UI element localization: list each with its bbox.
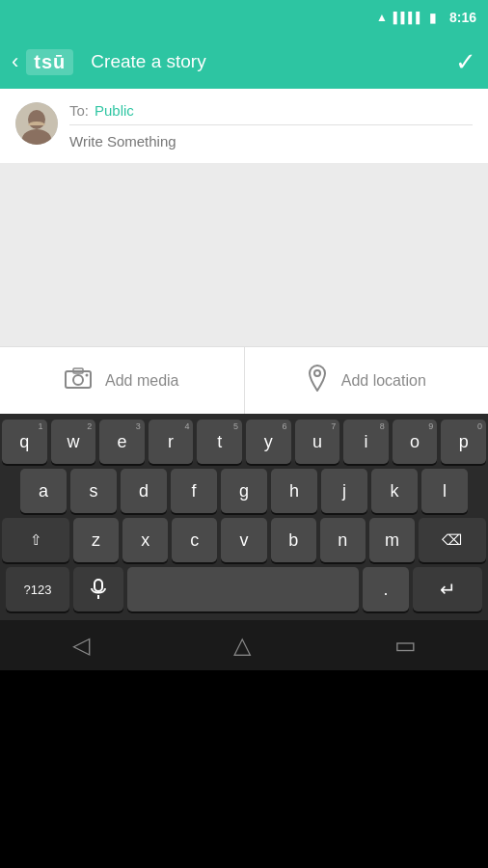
key-f[interactable]: f <box>171 469 217 513</box>
key-s[interactable]: s <box>70 469 117 513</box>
key-x[interactable]: x <box>122 518 168 562</box>
status-time: 8:16 <box>449 10 476 25</box>
submit-button[interactable]: ✓ <box>455 47 476 77</box>
key-y[interactable]: 6y <box>246 420 291 464</box>
svg-rect-8 <box>95 580 102 591</box>
key-d[interactable]: d <box>121 469 167 513</box>
nav-bar: ◁ △ ▭ <box>0 620 488 670</box>
top-bar: ‹ tsū Create a story ✓ <box>0 35 488 89</box>
svg-point-1 <box>28 110 45 129</box>
key-u[interactable]: 7u <box>295 420 340 464</box>
key-h[interactable]: h <box>271 469 317 513</box>
battery-icon: ▮ <box>429 11 436 25</box>
key-n[interactable]: n <box>320 518 366 562</box>
story-input[interactable] <box>69 124 473 149</box>
svg-point-7 <box>314 370 320 376</box>
action-bar: Add media Add location <box>0 346 488 414</box>
key-g[interactable]: g <box>221 469 267 513</box>
key-p[interactable]: 0p <box>441 420 486 464</box>
audience-selector[interactable]: Public <box>95 102 134 119</box>
keyboard-row-1: 1q 2w 3e 4r 5t 6y 7u 8i 9o 0p <box>2 420 486 464</box>
key-z[interactable]: z <box>73 518 119 562</box>
wifi-icon: ▲ <box>376 11 388 24</box>
to-label: To: <box>69 102 89 119</box>
add-location-label: Add location <box>341 372 426 390</box>
page-title: Create a story <box>91 51 205 72</box>
key-r[interactable]: 4r <box>149 420 194 464</box>
compose-right: To: Public <box>69 102 473 149</box>
status-bar: ▲ ▌▌▌▌ ▮ 8:16 <box>0 0 488 35</box>
key-v[interactable]: v <box>221 518 266 562</box>
enter-key[interactable]: ↵ <box>413 567 482 611</box>
top-bar-left: ‹ tsū Create a story <box>12 49 206 75</box>
key-t[interactable]: 5t <box>197 420 242 464</box>
back-nav-button[interactable]: ◁ <box>72 632 90 659</box>
status-icons: ▲ ▌▌▌▌ ▮ 8:16 <box>376 10 476 25</box>
add-location-button[interactable]: Add location <box>245 347 489 414</box>
signal-icon: ▌▌▌▌ <box>393 12 423 23</box>
key-a[interactable]: a <box>20 469 67 513</box>
keyboard-row-3: ⇧ z x c v b n m ⌫ <box>2 518 486 562</box>
key-b[interactable]: b <box>271 518 316 562</box>
shift-key[interactable]: ⇧ <box>2 518 69 562</box>
avatar[interactable] <box>15 102 58 145</box>
svg-point-6 <box>86 373 89 376</box>
period-key[interactable]: . <box>363 567 409 611</box>
middle-gray-area <box>0 163 488 346</box>
keyboard-row-4: ?123 . ↵ <box>2 567 486 611</box>
key-o[interactable]: 9o <box>393 420 438 464</box>
key-i[interactable]: 8i <box>343 420 389 464</box>
compose-box: To: Public <box>0 89 488 163</box>
key-c[interactable]: c <box>172 518 217 562</box>
key-w[interactable]: 2w <box>51 420 96 464</box>
back-button[interactable]: ‹ <box>12 49 18 74</box>
key-q[interactable]: 1q <box>2 420 47 464</box>
home-nav-button[interactable]: △ <box>233 632 251 659</box>
add-media-label: Add media <box>105 372 179 390</box>
spacebar-key[interactable] <box>127 567 359 611</box>
camera-icon <box>65 367 92 394</box>
location-icon <box>307 365 328 397</box>
svg-point-4 <box>73 375 83 385</box>
app-logo[interactable]: tsū <box>26 49 73 75</box>
numbers-key[interactable]: ?123 <box>6 567 69 611</box>
key-l[interactable]: l <box>421 469 468 513</box>
recents-nav-button[interactable]: ▭ <box>394 632 417 659</box>
key-j[interactable]: j <box>321 469 367 513</box>
key-m[interactable]: m <box>369 518 415 562</box>
key-k[interactable]: k <box>371 469 418 513</box>
add-media-button[interactable]: Add media <box>0 347 245 414</box>
keyboard-row-2: a s d f g h j k l <box>2 469 486 513</box>
content-area: To: Public Add media <box>0 89 488 414</box>
key-e[interactable]: 3e <box>99 420 145 464</box>
to-line: To: Public <box>69 102 473 119</box>
keyboard: 1q 2w 3e 4r 5t 6y 7u 8i 9o 0p a s d f g … <box>0 414 488 620</box>
mic-key[interactable] <box>73 567 123 611</box>
backspace-key[interactable]: ⌫ <box>419 518 486 562</box>
